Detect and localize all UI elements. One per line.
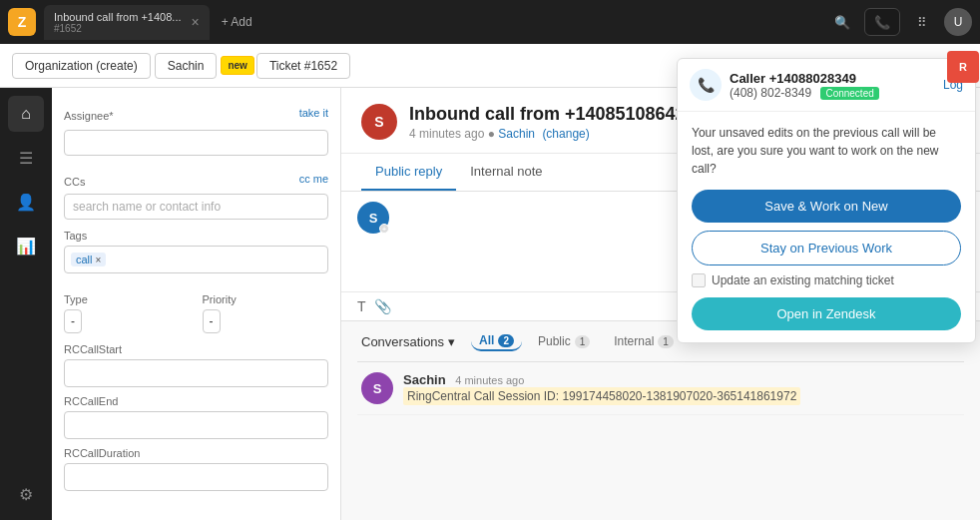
popup-body: Your unsaved edits on the previous call … <box>678 112 975 342</box>
add-button[interactable]: + Add <box>214 11 260 33</box>
all-count-badge: 2 <box>498 334 514 347</box>
conv-time: 4 minutes ago <box>455 374 524 386</box>
top-bar: Z Inbound call from +1408... #1652 × + A… <box>0 0 980 44</box>
conv-text-highlight: RingCentral Call Session ID: 19917445802… <box>403 387 800 405</box>
conv-text: RingCentral Call Session ID: 19917445802… <box>403 389 960 403</box>
breadcrumb-ticket[interactable]: Ticket #1652 <box>256 53 350 79</box>
tab-close-icon[interactable]: × <box>192 14 200 30</box>
attach-icon[interactable]: 📎 <box>374 298 391 314</box>
app-logo: Z <box>8 8 36 36</box>
tag-label: call <box>76 254 93 265</box>
rc-call-end-input[interactable] <box>64 411 328 439</box>
public-count-badge: 1 <box>575 335 591 348</box>
internal-count-badge: 1 <box>658 335 674 348</box>
type-select[interactable]: - <box>64 309 82 333</box>
tag-remove-icon[interactable]: × <box>96 255 102 265</box>
connected-badge: Connected <box>820 87 878 100</box>
left-panel: Assignee* take it CCs cc me Tags call × … <box>52 88 341 520</box>
active-tab[interactable]: Inbound call from +1408... #1652 × <box>44 5 210 40</box>
popup-header: 📞 Caller +14088028349 (408) 802-8349 Con… <box>678 59 975 112</box>
breadcrumb-org[interactable]: Organization (create) <box>12 53 151 79</box>
rc-call-end-label: RCCallEnd <box>64 395 328 407</box>
ticket-title: Inbound call from +14085108642 <box>409 104 686 125</box>
tags-label: Tags <box>64 230 328 242</box>
conv-body: Sachin 4 minutes ago RingCentral Call Se… <box>403 372 960 404</box>
cc-me-button[interactable]: cc me <box>299 173 328 185</box>
type-label: Type <box>64 293 191 305</box>
update-existing-label: Update an existing matching ticket <box>712 273 894 287</box>
nav-users-icon[interactable]: 👤 <box>8 184 44 220</box>
reply-avatar: S + <box>357 202 389 234</box>
nav-home-icon[interactable]: ⌂ <box>8 96 44 132</box>
ticket-time: 4 minutes ago <box>409 127 484 141</box>
phone-button[interactable]: 📞 <box>864 8 900 36</box>
priority-select[interactable]: - <box>203 309 221 333</box>
popup-phone-icon: 📞 <box>690 69 722 101</box>
breadcrumb-sachin[interactable]: Sachin <box>155 53 218 79</box>
rc-icon: R <box>947 51 979 83</box>
update-existing-checkbox[interactable] <box>692 273 706 287</box>
rc-call-duration-input[interactable] <box>64 463 328 491</box>
left-nav: ⌂ ☰ 👤 📊 ⚙ <box>0 88 52 520</box>
conversations-title[interactable]: Conversations ▾ <box>361 334 455 349</box>
ticket-change[interactable]: (change) <box>542 127 589 141</box>
nav-inbox-icon[interactable]: ☰ <box>8 140 44 176</box>
ccs-label: CCs <box>64 176 85 188</box>
tab-internal-note[interactable]: Internal note <box>456 154 556 191</box>
priority-label: Priority <box>203 293 329 305</box>
caller-popup: 📞 Caller +14088028349 (408) 802-8349 Con… <box>677 58 976 343</box>
conversations-filters: All 2 Public 1 Internal 1 <box>471 331 682 351</box>
nav-chart-icon[interactable]: 📊 <box>8 228 44 263</box>
assignee-input[interactable] <box>64 130 328 156</box>
take-it-button[interactable]: take it <box>299 107 328 119</box>
apps-icon[interactable]: ⠿ <box>908 8 936 36</box>
filter-all[interactable]: All 2 <box>471 331 522 351</box>
assignee-label: Assignee* <box>64 110 114 122</box>
rc-icon-badge: R <box>947 51 979 83</box>
ticket-meta: 4 minutes ago ● Sachin (change) <box>409 127 686 141</box>
filter-internal[interactable]: Internal 1 <box>606 332 682 350</box>
caller-number: (408) 802-8349 Connected <box>730 86 879 100</box>
tab-title: Inbound call from +1408... <box>54 11 182 23</box>
ticket-author[interactable]: Sachin <box>498 127 535 141</box>
text-format-icon[interactable]: T <box>357 298 366 314</box>
search-icon[interactable]: 🔍 <box>828 8 856 36</box>
caller-name: Caller +14088028349 <box>730 71 879 86</box>
open-in-zendesk-button[interactable]: Open in Zendesk <box>692 297 961 330</box>
tag-call[interactable]: call × <box>71 253 106 266</box>
nav-settings-icon[interactable]: ⚙ <box>8 476 44 512</box>
rc-call-start-input[interactable] <box>64 359 328 387</box>
stay-on-previous-button[interactable]: Stay on Previous Work <box>692 231 961 265</box>
popup-message: Your unsaved edits on the previous call … <box>692 124 961 178</box>
rc-call-duration-label: RCCallDuration <box>64 447 328 459</box>
tab-public-reply[interactable]: Public reply <box>361 154 456 191</box>
conv-author-avatar: S <box>361 372 393 404</box>
ticket-avatar: S <box>361 104 397 140</box>
conversation-item: S Sachin 4 minutes ago RingCentral Call … <box>357 362 964 415</box>
conv-author-name: Sachin <box>403 372 446 387</box>
update-existing-row: Update an existing matching ticket <box>692 273 961 287</box>
save-work-on-new-button[interactable]: Save & Work on New <box>692 190 961 223</box>
ccs-input[interactable] <box>64 194 328 220</box>
filter-public[interactable]: Public 1 <box>530 332 598 350</box>
user-avatar[interactable]: U <box>944 8 972 36</box>
tab-subtitle: #1652 <box>54 23 182 34</box>
new-badge: new <box>221 56 253 75</box>
tags-container: call × <box>64 246 328 273</box>
rc-call-start-label: RCCallStart <box>64 343 328 355</box>
